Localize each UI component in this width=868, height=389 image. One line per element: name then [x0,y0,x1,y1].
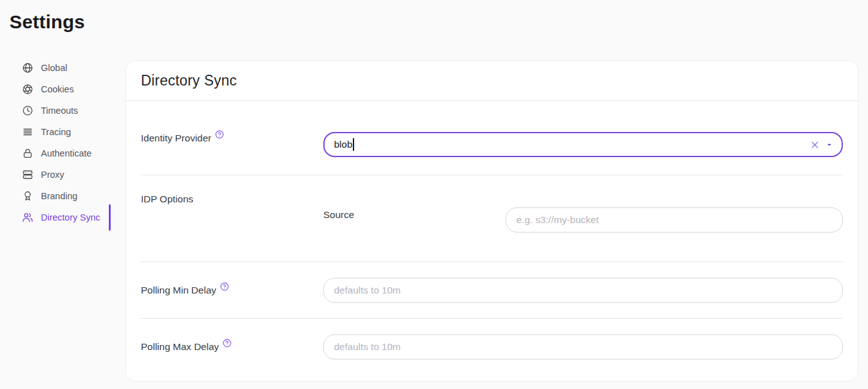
idp-options-row: IDP Options Source [126,175,858,261]
sidebar-item-label: Global [41,63,67,73]
source-subrow: Source [323,207,843,233]
sidebar-item-label: Branding [41,191,77,201]
award-icon [22,190,33,202]
text-cursor [353,138,354,151]
source-input[interactable] [506,207,843,233]
sidebar-item-label: Timeouts [41,106,78,116]
sidebar-item-branding[interactable]: Branding [9,185,125,207]
sidebar-item-authenticate[interactable]: Authenticate [9,143,125,164]
sidebar-item-label: Proxy [41,170,64,180]
idp-options-label: IDP Options [141,193,323,233]
polling-max-delay-label: Polling Max Delay [141,341,323,359]
layout: Global Cookies Timeouts Tracing Authenti… [9,60,859,381]
lines-icon [22,126,33,138]
sidebar-item-tracing[interactable]: Tracing [9,121,125,143]
globe-icon [22,62,33,74]
sidebar: Global Cookies Timeouts Tracing Authenti… [9,57,125,228]
sidebar-item-label: Directory Sync [41,212,100,222]
server-icon [22,169,33,180]
polling-min-delay-row: Polling Min Delay [126,262,858,318]
sidebar-item-directory-sync[interactable]: Directory Sync [9,207,125,228]
help-circle-icon[interactable] [223,339,231,348]
help-circle-icon[interactable] [220,282,229,291]
identity-provider-combobox[interactable]: blob [323,132,843,157]
identity-provider-value: blob [334,139,352,150]
polling-max-delay-row: Polling Max Delay [126,319,858,381]
clear-x-icon[interactable] [810,140,820,150]
clock-icon [22,105,33,116]
idp-options-label-text: IDP Options [141,193,193,205]
help-circle-icon[interactable] [215,130,224,139]
polling-min-delay-control [323,278,843,303]
polling-min-delay-label: Polling Min Delay [141,284,323,303]
source-label: Source [323,209,506,221]
sidebar-item-label: Authenticate [41,148,92,158]
lock-icon [22,148,33,159]
sidebar-item-proxy[interactable]: Proxy [9,164,125,185]
identity-provider-control: blob [323,132,843,157]
sidebar-item-label: Cookies [41,84,74,94]
sidebar-item-label: Tracing [41,127,71,137]
caret-down-icon[interactable] [826,141,833,148]
sidebar-item-global[interactable]: Global [9,57,125,79]
aperture-icon [22,84,33,95]
directory-sync-panel: Directory Sync Identity Provider blob [125,60,859,381]
panel-header: Directory Sync [126,61,858,101]
polling-max-delay-control [323,334,843,359]
sidebar-item-cookies[interactable]: Cookies [9,79,125,100]
polling-max-delay-input[interactable] [323,334,843,359]
users-icon [22,212,33,223]
polling-min-delay-label-text: Polling Min Delay [141,284,216,297]
identity-provider-label: Identity Provider [141,132,323,157]
polling-max-delay-label-text: Polling Max Delay [141,341,219,353]
identity-provider-row: Identity Provider blob [126,101,858,175]
page-title: Settings [9,8,868,36]
polling-min-delay-input[interactable] [323,278,843,303]
sidebar-item-timeouts[interactable]: Timeouts [9,100,125,121]
idp-options-fields: Source [323,193,843,233]
panel-title: Directory Sync [141,72,236,89]
identity-provider-label-text: Identity Provider [141,132,211,145]
combobox-icons [810,140,833,150]
